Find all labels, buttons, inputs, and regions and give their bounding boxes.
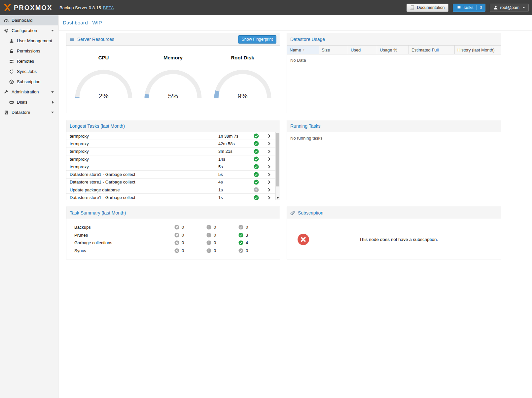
sidebar-item-datastore[interactable]: Datastore [0, 107, 58, 117]
proxmox-logo: PROXMOX [3, 4, 59, 12]
summary-row-garbage-collections: Garbage collections 0 0 4 [66, 239, 280, 247]
gauge-value: 5% [142, 92, 204, 100]
documentation-button[interactable]: Documentation [407, 4, 448, 12]
collapse-arrow-icon[interactable] [51, 30, 54, 31]
panel-title: Longest Tasks (last Month) [70, 123, 125, 129]
column-header-estimated-full[interactable]: Estimated Full [409, 46, 455, 54]
error-circle-icon [174, 225, 179, 230]
task-duration: 14s [218, 157, 250, 162]
vertical-scrollbar[interactable] [275, 132, 280, 200]
show-fingerprint-button[interactable]: Show Fingerprint [238, 35, 277, 44]
chevron-right-icon[interactable] [263, 157, 275, 161]
sidebar-item-label: Permissions [17, 49, 40, 53]
task-row[interactable]: Datastore store1 - Garbage collect 4s [66, 179, 275, 186]
chevron-right-icon[interactable] [263, 195, 275, 200]
user-menu-button[interactable]: root@pam [490, 4, 529, 12]
warning-count: 0 [214, 233, 216, 238]
error-circle-icon [174, 240, 179, 245]
chevron-right-icon[interactable] [263, 149, 275, 154]
column-header-used[interactable]: Used [348, 46, 377, 54]
column-header-size[interactable]: Size [319, 46, 348, 54]
beta-link[interactable]: BETA [103, 5, 114, 10]
task-duration: 4s [218, 180, 250, 184]
proxmox-x-icon [3, 4, 12, 12]
sidebar-item-label: Administration [12, 89, 39, 94]
panel-title: Datastore Usage [290, 37, 325, 42]
sidebar-item-label: Dashboard [12, 18, 33, 23]
collapse-arrow-icon[interactable] [51, 91, 54, 93]
task-name: Datastore store1 - Garbage collect [66, 195, 218, 200]
wrench-icon [4, 90, 9, 94]
ok-count: 3 [246, 233, 248, 238]
summary-row-backups: Backups 0 0 0 [66, 223, 280, 231]
warning-count: 0 [214, 225, 216, 230]
sidebar-item-sync-jobs[interactable]: Sync Jobs [0, 66, 58, 77]
ok-circle-icon [238, 225, 243, 230]
chevron-right-icon[interactable] [263, 164, 275, 169]
sidebar-item-disks[interactable]: Disks [0, 97, 58, 107]
user-icon [493, 5, 498, 10]
sidebar-item-label: User Management [17, 38, 52, 43]
collapse-arrow-icon[interactable] [51, 112, 54, 113]
chevron-right-icon[interactable] [263, 187, 275, 192]
task-row[interactable]: termproxy 14s [66, 155, 275, 163]
chevron-right-icon[interactable] [263, 172, 275, 177]
task-row[interactable]: Update package database 1s [66, 186, 275, 194]
sidebar-item-administration[interactable]: Administration [0, 87, 58, 97]
ok-count: 0 [246, 248, 248, 253]
root-disk-gauge: Root Disk 9% [210, 55, 275, 100]
scrollbar-thumb[interactable] [276, 133, 279, 186]
task-row[interactable]: termproxy 3m 21s [66, 148, 275, 155]
sidebar-item-remotes[interactable]: Remotes [0, 56, 58, 66]
sidebar-item-user-management[interactable]: User Management [0, 36, 58, 46]
column-header-usage-pct[interactable]: Usage % [377, 46, 409, 54]
datastore-usage-table-header: Name ↑ Size Used Usage % Estimated Full … [287, 46, 501, 54]
sidebar-item-configuration[interactable]: Configuration [0, 25, 58, 36]
expand-arrow-icon[interactable] [52, 101, 54, 104]
task-name: termproxy [66, 141, 218, 146]
username-label: root@pam [500, 5, 519, 10]
error-circle-icon [174, 233, 179, 238]
summary-label: Backups [66, 225, 174, 230]
task-row[interactable]: Datastore store1 - Garbage collect 1s [66, 194, 275, 200]
unlock-icon [9, 49, 14, 53]
gauge-label: Root Disk [210, 55, 275, 60]
chevron-right-icon[interactable] [263, 141, 275, 146]
sidebar-item-subscription[interactable]: Subscription [0, 77, 58, 87]
warning-circle-icon [206, 248, 211, 253]
panel-title: Running Tasks [290, 123, 321, 129]
task-row[interactable]: Datastore store1 - Garbage collect 5s [66, 171, 275, 178]
task-row[interactable]: termproxy 42m 58s [66, 140, 275, 148]
task-name: termproxy [66, 164, 218, 169]
top-bar: PROXMOX Backup Server 0.8-15 BETA Docume… [0, 0, 532, 15]
tasks-label: Tasks [463, 5, 474, 10]
status-ok-icon [250, 172, 263, 177]
datastore-usage-panel: Datastore Usage Name ↑ Size Used Usage %… [287, 33, 501, 113]
task-name: Update package database [66, 187, 218, 192]
ok-count: 0 [246, 225, 248, 230]
task-duration: 5s [218, 172, 250, 177]
no-running-tasks-text: No running tasks [287, 132, 501, 144]
sidebar-item-permissions[interactable]: Permissions [0, 46, 58, 56]
column-header-history[interactable]: History (last Month) [455, 46, 501, 54]
sidebar-item-dashboard[interactable]: Dashboard [0, 15, 58, 25]
column-header-name[interactable]: Name ↑ [287, 46, 319, 54]
sort-asc-icon: ↑ [303, 48, 305, 52]
server-icon [9, 59, 14, 64]
server-resources-panel: Server Resources Show Fingerprint CPU 2% [66, 33, 280, 113]
no-data-text: No Data [287, 54, 501, 66]
task-row[interactable]: termproxy 1h 38m 7s [66, 132, 275, 140]
user-icon [9, 39, 14, 43]
chevron-right-icon[interactable] [263, 180, 275, 184]
life-ring-icon [9, 80, 14, 84]
scroll-down-button[interactable] [276, 196, 280, 200]
ok-circle-icon [238, 233, 243, 238]
status-unknown-icon [250, 187, 263, 192]
task-name: termproxy [66, 134, 218, 139]
chevron-right-icon[interactable] [263, 134, 275, 138]
task-row[interactable]: termproxy 5s [66, 163, 275, 171]
warning-circle-icon [206, 233, 211, 238]
tasks-button[interactable]: Tasks 0 [453, 4, 486, 12]
warning-count: 0 [214, 240, 216, 245]
task-name: Datastore store1 - Garbage collect [66, 172, 218, 177]
